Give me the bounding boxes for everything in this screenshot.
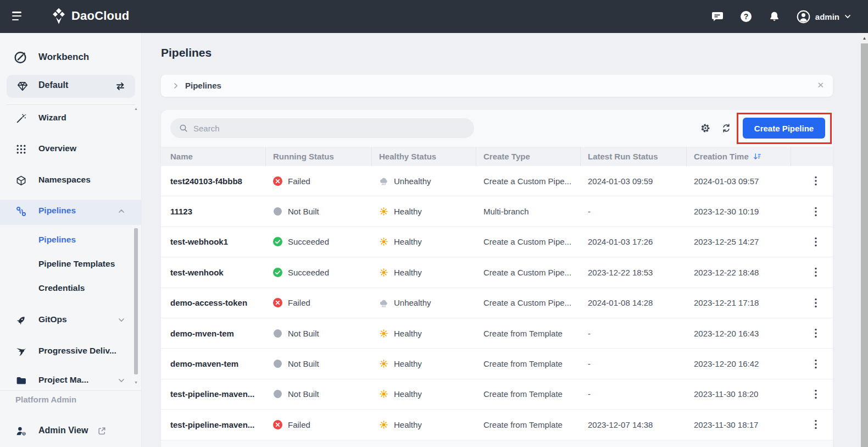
- hamburger-menu-icon[interactable]: [12, 12, 26, 21]
- kebab-menu-icon[interactable]: [810, 388, 822, 401]
- healthy-status-cell: Healthy: [372, 268, 476, 277]
- pipeline-name[interactable]: demo-access-token: [161, 298, 266, 307]
- row-actions-cell: [791, 418, 833, 431]
- refresh-icon[interactable]: [721, 123, 731, 133]
- sidebar-subitem-pipeline-templates[interactable]: Pipeline Templates: [0, 254, 132, 276]
- healthy-status-cell: Unhealthy: [372, 176, 476, 186]
- pipelines-icon: [15, 206, 27, 217]
- kebab-menu-icon[interactable]: [810, 205, 822, 218]
- chevron-down-icon: [118, 377, 125, 384]
- creation-time-cell: 2023-12-20 16:43: [687, 329, 791, 338]
- sidebar-item-gitops[interactable]: GitOps: [0, 308, 142, 333]
- not-built-icon: [273, 207, 282, 216]
- chevron-up-icon: [118, 207, 125, 215]
- create-type-cell: Create a Custom Pipe...: [476, 298, 581, 307]
- kebab-menu-icon[interactable]: [810, 357, 822, 371]
- top-header-bar: DaoCloud ? admin: [0, 0, 868, 33]
- table-row[interactable]: test-pipeline-maven... Failed Healthy Cr…: [161, 410, 833, 440]
- pipeline-name[interactable]: demo-maven-tem: [161, 359, 266, 368]
- external-link-icon: [98, 427, 106, 435]
- scrollbar-up-arrow[interactable]: ▲: [861, 33, 868, 43]
- sidebar-item-project-management[interactable]: Project Ma...: [0, 369, 142, 390]
- running-status-cell: Not Built: [266, 207, 372, 216]
- kebab-menu-icon[interactable]: [810, 174, 822, 187]
- kebab-menu-icon[interactable]: [810, 235, 822, 249]
- healthy-sun-icon: [379, 268, 388, 277]
- switch-workspace-icon[interactable]: [114, 80, 126, 92]
- sort-descending-icon[interactable]: [753, 152, 761, 161]
- pipeline-name[interactable]: demo-mven-tem: [161, 329, 266, 338]
- avatar: [796, 9, 811, 24]
- table-row[interactable]: demo-access-token Failed Unhealthy Creat…: [161, 288, 833, 318]
- sidebar-item-wizard[interactable]: Wizard: [0, 107, 142, 131]
- sidebar-scrollbar-down[interactable]: ▼: [133, 380, 138, 385]
- healthy-sun-icon: [379, 359, 388, 368]
- breadcrumb[interactable]: Pipelines ✕: [161, 75, 833, 97]
- healthy-status-cell: Healthy: [372, 420, 476, 429]
- gear-icon[interactable]: [700, 123, 710, 133]
- kebab-menu-icon[interactable]: [810, 418, 822, 431]
- close-icon[interactable]: ✕: [817, 80, 824, 90]
- latest-run-cell: 2024-01-03 09:59: [581, 176, 687, 186]
- user-menu[interactable]: admin: [796, 9, 852, 24]
- table-row[interactable]: demo-mven-tem Not Built Healthy Create f…: [161, 318, 833, 349]
- column-header-creation-time: Creation Time: [687, 147, 791, 166]
- help-icon[interactable]: ?: [739, 9, 753, 24]
- pipeline-name[interactable]: test-pipeline-maven...: [161, 420, 266, 429]
- sidebar-item-overview[interactable]: Overview: [0, 137, 142, 162]
- scrollbar-thumb[interactable]: [861, 43, 868, 447]
- pipeline-name[interactable]: test-webhook1: [161, 237, 266, 246]
- running-status-cell: Succeeded: [266, 237, 372, 246]
- workbench-label: Workbench: [38, 52, 89, 63]
- sidebar-item-workbench[interactable]: Workbench: [0, 46, 142, 68]
- kebab-menu-icon[interactable]: [810, 296, 822, 310]
- table-row[interactable]: demo-maven-tem Not Built Healthy Create …: [161, 349, 833, 379]
- row-actions-cell: [791, 235, 833, 249]
- not-built-icon: [273, 389, 282, 399]
- platform-admin-section-label: Platform Admin: [15, 395, 76, 404]
- healthy-sun-icon: [379, 207, 388, 216]
- notification-bell-icon[interactable]: [767, 9, 782, 24]
- creation-time-cell: 2023-11-30 18:17: [687, 420, 791, 429]
- sidebar-scrollbar-up[interactable]: ▲: [133, 106, 138, 112]
- healthy-sun-icon: [379, 329, 388, 338]
- table-row[interactable]: test-webhook1 Succeeded Healthy Create a…: [161, 227, 833, 257]
- chat-icon[interactable]: [710, 9, 725, 24]
- workspace-selector[interactable]: Default: [7, 75, 135, 98]
- row-actions-cell: [791, 327, 833, 340]
- window-scrollbar[interactable]: ▲: [861, 33, 868, 447]
- sidebar-item-pipelines[interactable]: Pipelines: [0, 200, 142, 225]
- failed-icon: [273, 176, 282, 186]
- sidebar-item-progressive-delivery[interactable]: Progressive Deliv...: [0, 340, 142, 364]
- running-status-cell: Failed: [266, 298, 372, 307]
- latest-run-cell: -: [581, 359, 687, 368]
- workspace-gem-icon: [16, 80, 29, 92]
- table-row[interactable]: 11123 Not Built Healthy Multi-branch - 2…: [161, 196, 833, 227]
- column-header-healthy-status: Healthy Status: [372, 147, 476, 166]
- succeeded-icon: [273, 237, 282, 246]
- sidebar-item-admin-view[interactable]: Admin View: [0, 419, 142, 443]
- table-row[interactable]: test-wenhook Succeeded Healthy Create a …: [161, 257, 833, 288]
- failed-icon: [273, 298, 282, 307]
- create-pipeline-button[interactable]: Create Pipeline: [743, 118, 825, 139]
- sidebar-subitem-pipelines[interactable]: Pipelines: [0, 230, 132, 252]
- sidebar-item-namespaces[interactable]: Namespaces: [0, 169, 142, 193]
- latest-run-cell: 2024-01-08 14:28: [581, 298, 687, 307]
- table-row[interactable]: test240103-f4bbb8 Failed Unhealthy Creat…: [161, 166, 833, 196]
- running-status-cell: Failed: [266, 420, 372, 429]
- healthy-status-cell: Healthy: [372, 329, 476, 338]
- sidebar-subitem-credentials[interactable]: Credentials: [0, 278, 132, 300]
- kebab-menu-icon[interactable]: [810, 266, 822, 279]
- sidebar-scrollbar-thumb[interactable]: [134, 228, 138, 374]
- pipeline-name[interactable]: test-wenhook: [161, 268, 266, 277]
- sidebar-scrollbar[interactable]: ▲ ▼: [133, 105, 138, 390]
- pipeline-name[interactable]: test-pipeline-maven...: [161, 389, 266, 399]
- table-row[interactable]: test-pipeline-maven... Not Built Healthy…: [161, 379, 833, 410]
- pipeline-name[interactable]: 11123: [161, 207, 266, 216]
- kebab-menu-icon[interactable]: [810, 327, 822, 340]
- pipeline-name[interactable]: test240103-f4bbb8: [161, 176, 266, 186]
- creation-time-cell: 2023-11-30 18:20: [687, 389, 791, 399]
- healthy-status-cell: Healthy: [372, 389, 476, 399]
- svg-text:?: ?: [744, 12, 749, 21]
- search-input[interactable]: [193, 118, 463, 138]
